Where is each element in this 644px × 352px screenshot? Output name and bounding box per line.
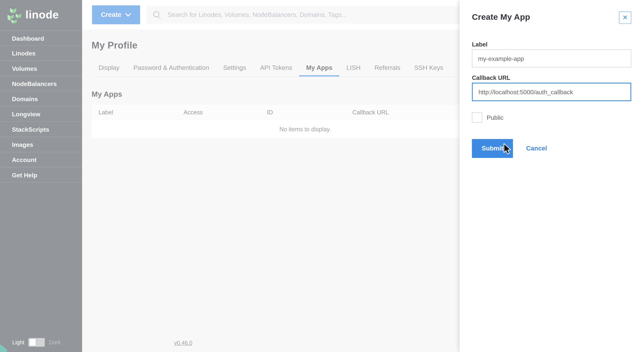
app-window: linode Dashboard Linodes Volumes NodeBal… (0, 0, 644, 352)
public-checkbox[interactable] (472, 112, 482, 123)
create-my-app-drawer: Create My App ✕ Label Callback URL Publi… (460, 0, 644, 352)
callback-url-input[interactable] (472, 83, 631, 101)
drawer-backdrop[interactable] (0, 0, 460, 352)
label-input[interactable] (472, 49, 631, 67)
drawer-title: Create My App (472, 12, 530, 22)
label-field-label: Label (472, 41, 631, 48)
close-button[interactable]: ✕ (619, 12, 631, 24)
drawer-actions: Submit Cancel (472, 139, 631, 158)
submit-button[interactable]: Submit (472, 139, 513, 158)
public-checkbox-row: Public (472, 112, 631, 123)
cancel-button[interactable]: Cancel (526, 145, 547, 152)
public-checkbox-label: Public (487, 114, 504, 121)
callback-url-field-label: Callback URL (472, 74, 631, 81)
drawer-header: Create My App ✕ (472, 12, 631, 24)
close-icon: ✕ (622, 14, 628, 21)
